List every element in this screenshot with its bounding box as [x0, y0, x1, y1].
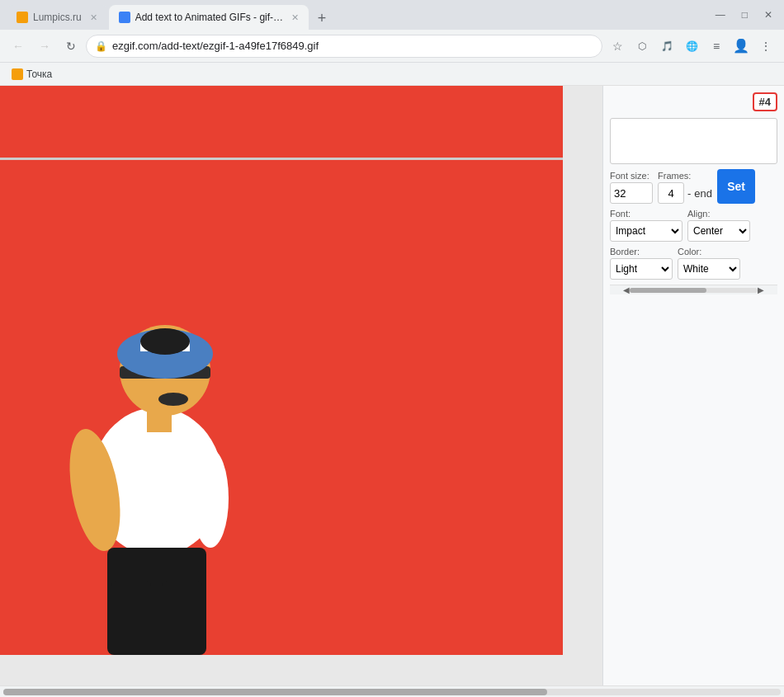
- character-figure: [50, 226, 264, 655]
- tab-strip: Lumpics.ru ✕ Add text to Animated GIFs -…: [7, 0, 711, 30]
- border-group: Border: None Light Medium Heavy: [610, 247, 673, 280]
- tab-lumpics-label: Lumpics.ru: [33, 12, 82, 23]
- gif-preview-area: [0, 86, 602, 685]
- scroll-right-arrow[interactable]: ▶: [758, 285, 764, 294]
- font-group: Font: Impact Arial Times New Roman: [610, 209, 682, 242]
- nav-bar: ← → ↻ 🔒 ezgif.com/add-text/ezgif-1-a49fe…: [0, 30, 784, 63]
- maximize-button[interactable]: □: [737, 7, 753, 22]
- tab-ezgif-label: Add text to Animated GIFs - gif-…: [135, 12, 283, 23]
- tab-lumpics[interactable]: Lumpics.ru ✕: [7, 5, 107, 30]
- tochka-favicon: [12, 68, 23, 80]
- profile-icon[interactable]: 👤: [730, 35, 753, 58]
- menu-list-icon[interactable]: ≡: [705, 35, 728, 58]
- font-label: Font:: [610, 209, 682, 219]
- panel-scrollbar: ◀ ▶: [610, 285, 777, 294]
- more-options-icon[interactable]: ⋮: [754, 35, 777, 58]
- browser-frame: Lumpics.ru ✕ Add text to Animated GIFs -…: [0, 0, 784, 697]
- frames-label: Frames:: [658, 171, 712, 181]
- window-controls: — □ ✕: [711, 7, 777, 22]
- frames-from-input[interactable]: [658, 182, 684, 204]
- tab-lumpics-close[interactable]: ✕: [90, 12, 97, 23]
- lock-icon: 🔒: [95, 40, 107, 52]
- svg-point-5: [140, 328, 190, 355]
- svg-point-6: [158, 393, 188, 406]
- frames-group: Frames: - end: [658, 171, 712, 204]
- ezgif-favicon: [119, 12, 130, 23]
- align-group: Align: Left Center Right: [687, 209, 750, 242]
- title-bar: Lumpics.ru ✕ Add text to Animated GIFs -…: [0, 0, 784, 30]
- gif-frame-1: [0, 86, 563, 160]
- color-select[interactable]: White Black Red Blue Yellow: [678, 258, 740, 280]
- frames-separator: -: [687, 187, 691, 200]
- lumpics-favicon: [17, 12, 28, 23]
- extension2-icon[interactable]: 🎵: [655, 35, 678, 58]
- font-size-group: Font size: 32: [610, 171, 653, 204]
- address-text: ezgif.com/add-text/ezgif-1-a49fe17f6849.…: [112, 40, 319, 52]
- frames-end-label: end: [694, 187, 712, 200]
- bookmark-tochka[interactable]: Точка: [7, 67, 57, 82]
- scroll-thumb: [630, 288, 706, 293]
- minimize-button[interactable]: —: [711, 7, 730, 22]
- new-tab-button[interactable]: +: [310, 7, 333, 30]
- bottom-scroll-track: [3, 689, 781, 695]
- frame-badge-container: #4: [610, 92, 777, 111]
- forward-button[interactable]: →: [33, 35, 56, 58]
- svg-rect-7: [147, 412, 172, 432]
- extension3-icon[interactable]: 🌐: [680, 35, 703, 58]
- refresh-button[interactable]: ↻: [59, 35, 83, 58]
- back-button[interactable]: ←: [7, 35, 30, 58]
- align-select[interactable]: Left Center Right: [687, 220, 750, 242]
- svg-rect-11: [111, 581, 151, 655]
- nav-right-icons: ☆ ⬡ 🎵 🌐 ≡ 👤 ⋮: [606, 35, 777, 58]
- scroll-left-arrow[interactable]: ◀: [623, 285, 630, 294]
- gif-frame-2: [0, 160, 563, 655]
- bottom-scrollbar: [0, 685, 784, 697]
- right-panel: #4 Font size: 32 Frames: - end: [602, 86, 784, 685]
- bookmarks-bar: Точка: [0, 63, 784, 86]
- tab-ezgif-close[interactable]: ✕: [291, 12, 299, 23]
- font-select[interactable]: Impact Arial Times New Roman: [610, 220, 682, 242]
- address-bar[interactable]: 🔒 ezgif.com/add-text/ezgif-1-a49fe17f684…: [86, 35, 602, 58]
- bookmark-tochka-label: Точка: [26, 68, 52, 80]
- frame-badge-label: #4: [753, 92, 777, 111]
- svg-point-9: [192, 449, 229, 548]
- font-size-label: Font size:: [610, 171, 653, 181]
- bottom-scroll-thumb: [3, 689, 547, 695]
- scroll-track: [630, 288, 758, 293]
- align-label: Align:: [687, 209, 750, 219]
- svg-rect-12: [163, 581, 202, 655]
- set-button[interactable]: Set: [717, 169, 755, 204]
- color-label: Color:: [678, 247, 740, 257]
- font-size-input[interactable]: 32: [610, 182, 653, 204]
- extension1-icon[interactable]: ⬡: [631, 35, 654, 58]
- color-group: Color: White Black Red Blue Yellow: [678, 247, 740, 280]
- bookmark-icon[interactable]: ☆: [606, 35, 629, 58]
- close-button[interactable]: ✕: [759, 7, 777, 22]
- border-label: Border:: [610, 247, 673, 257]
- border-select[interactable]: None Light Medium Heavy: [610, 258, 673, 280]
- text-input[interactable]: [610, 118, 777, 164]
- main-content: #4 Font size: 32 Frames: - end: [0, 86, 784, 685]
- tab-ezgif[interactable]: Add text to Animated GIFs - gif-… ✕: [109, 5, 309, 30]
